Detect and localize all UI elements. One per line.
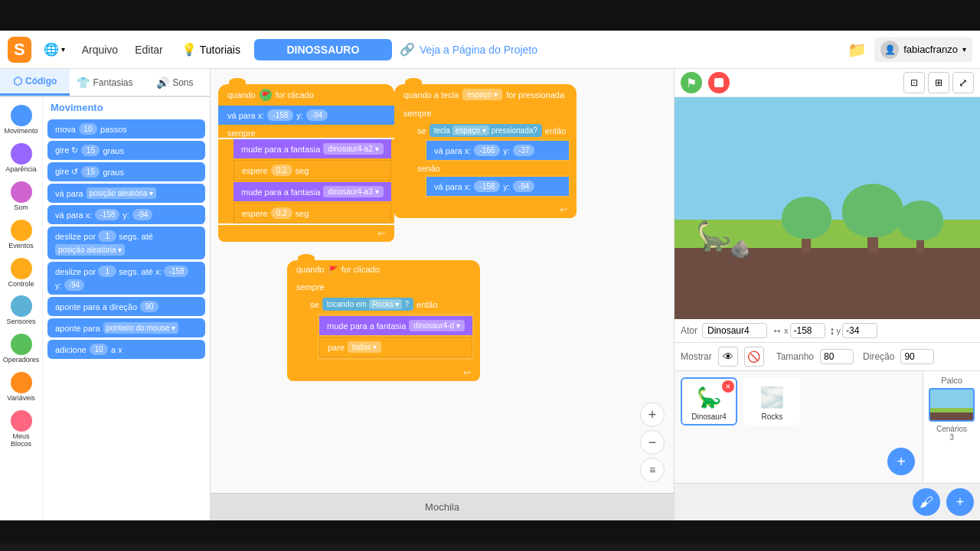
else-branch: vá para x: -158 y: -94 — [425, 175, 570, 197]
zoom-reset-button[interactable]: ≡ — [640, 458, 665, 482]
sempre-block-2[interactable]: sempre — [394, 105, 577, 118]
code-icon: ⬡ — [13, 75, 22, 87]
editar-link[interactable]: Editar — [130, 41, 168, 59]
block-mova[interactable]: mova 10 passos — [47, 119, 205, 139]
block-deslize-xy[interactable]: deslize por 1 segs. até x: -158 y: -94 — [47, 262, 205, 295]
hat-block-1[interactable]: quando 🚩 for clicado — [218, 84, 394, 106]
tab-sons[interactable]: 🔊 Sons — [140, 69, 210, 96]
tree-trunk-2 — [867, 237, 878, 253]
category-movimento[interactable]: Movimento — [0, 102, 42, 139]
section-title: Movimento — [47, 102, 205, 113]
y-coord: ↕ y — [830, 323, 878, 338]
globe-button[interactable]: 🌐 ▾ — [39, 39, 70, 60]
fullscreen-button[interactable]: ⤢ — [952, 72, 974, 93]
zoom-out-button[interactable]: − — [640, 430, 665, 455]
sempre-block-3[interactable]: sempre — [287, 279, 480, 292]
tab-fantasias[interactable]: 👕 Fantasias — [70, 69, 139, 96]
tree-leaves-3 — [897, 201, 943, 240]
category-meus-blocos[interactable]: Meus Blocos — [0, 407, 42, 452]
sprite-delete-dino[interactable]: ✕ — [722, 380, 734, 393]
tutorials-button[interactable]: 💡 Tutoriais — [175, 39, 247, 60]
dino-stage-sprite: 🦕 — [696, 219, 732, 253]
block-gire-ccw[interactable]: gire ↺ 15 graus — [47, 162, 205, 181]
block-va-para-xy[interactable]: vá para x: -158 y: -94 — [47, 205, 205, 224]
mude-fantasia-a3[interactable]: mude para a fantasia dinosaur4-a3 ▾ — [234, 182, 391, 201]
scenario-thumbnail[interactable] — [929, 388, 975, 422]
tutorial-icon: 💡 — [181, 42, 197, 57]
category-sensores[interactable]: Sensores — [0, 292, 42, 329]
scenarios-panel: Palco Cenários3 — [923, 371, 980, 483]
user-button[interactable]: 👤 fabiacfranzo ▾ — [874, 37, 972, 62]
sprite-item-dino[interactable]: ✕ 🦕 Dinosaur4 — [681, 377, 737, 425]
hat-block-2[interactable]: quando a tecla espaço ▾ for pressionada — [394, 84, 577, 105]
mude-fantasia-a2[interactable]: mude para a fantasia dinosaur4-a2 ▾ — [234, 139, 391, 158]
category-controle[interactable]: Controle — [0, 255, 42, 292]
flag-icon: ⚑ — [686, 76, 697, 90]
y-value-input[interactable] — [842, 323, 877, 338]
categories-sidebar: Movimento Aparência Som Eventos — [0, 97, 43, 520]
category-som[interactable]: Som — [0, 178, 42, 215]
actor-name-input[interactable] — [702, 323, 767, 338]
sprite-item-rocks[interactable]: 🌫️ Rocks — [743, 377, 800, 425]
rocks-sprite-thumbnail: 🌫️ — [748, 382, 795, 412]
stage-canvas: 🦕 🪨 — [675, 97, 980, 319]
zoom-in-button[interactable]: + — [640, 403, 665, 427]
va-para-else[interactable]: vá para x: -158 y: -94 — [426, 177, 569, 196]
if-branch: vá para x: -166 y: -37 — [425, 139, 570, 161]
va-para-if[interactable]: vá para x: -166 y: -37 — [426, 141, 569, 160]
normal-stage-button[interactable]: ⊞ — [928, 72, 949, 93]
x-value-input[interactable] — [790, 323, 825, 338]
espere-1[interactable]: espere 0.2 seg — [234, 160, 391, 181]
mostrar-label: Mostrar — [681, 351, 712, 362]
tree-trunk-3 — [916, 240, 924, 253]
paint-sprite-button[interactable]: 🖌 — [913, 488, 940, 516]
blocks-panel: Movimento mova 10 passos gire ↻ 15 graus — [43, 97, 210, 520]
va-para-xy-block[interactable]: vá para x: -158 y: -94 — [218, 106, 394, 125]
mochila-bar[interactable]: Mochila — [211, 493, 674, 520]
block-adicione-x[interactable]: adicione 10 a x — [47, 340, 205, 359]
right-panel: ⚑ ⊡ ⊞ ⤢ — [674, 69, 980, 520]
tree-leaves-1 — [782, 197, 831, 239]
size-input[interactable] — [820, 349, 854, 364]
code-tabs: ⬡ Código 👕 Fantasias 🔊 Sons — [0, 69, 210, 97]
globe-icon: 🌐 — [44, 42, 59, 57]
block-aponte-para[interactable]: aponte para ponteiro do mouse ▾ — [47, 318, 205, 337]
show-visible-button[interactable]: 👁 — [718, 347, 738, 367]
stop-button[interactable] — [708, 72, 730, 93]
if-rocks-block[interactable]: se tocando em Rocks ▾ ? então — [302, 293, 477, 363]
script-canvas[interactable]: quando 🚩 for clicado vá para x: -158 y: … — [211, 69, 674, 493]
small-stage-button[interactable]: ⊡ — [903, 72, 925, 93]
tab-code[interactable]: ⬡ Código — [0, 69, 70, 96]
if-else-block[interactable]: se tecla espaço ▾ pressionada? então — [410, 119, 573, 200]
sempre-inner-2: se tecla espaço ▾ pressionada? então — [394, 118, 577, 201]
pare-todos[interactable]: pare todos ▾ — [319, 337, 472, 357]
block-aponte-direcao[interactable]: aponte para a direção 90 — [47, 297, 205, 316]
folder-icon[interactable]: 📁 — [848, 41, 867, 59]
direction-input[interactable] — [900, 349, 934, 364]
sempre-block[interactable]: sempre — [218, 125, 394, 138]
add-sprite-button[interactable]: + — [887, 448, 915, 475]
category-variaveis[interactable]: Variáveis — [0, 369, 42, 406]
sprites-and-palco: ✕ 🦕 Dinosaur4 🌫️ Rocks + — [675, 371, 980, 483]
espere-2[interactable]: espere 0.2 seg — [234, 203, 391, 223]
block-gire-cw[interactable]: gire ↻ 15 graus — [47, 141, 205, 160]
mude-fantasia-d[interactable]: mude para a fantasia dinosaur4-d ▾ — [319, 316, 472, 335]
scratch-logo[interactable]: S — [8, 37, 31, 63]
project-name-input[interactable] — [254, 39, 392, 60]
sprite-info-row: Ator ↔ x ↕ y — [675, 319, 980, 343]
category-aparencia[interactable]: Aparência — [0, 140, 42, 177]
hat-block-3[interactable]: quando 🚩 for clicado — [287, 260, 480, 279]
add-sprite-button-2[interactable]: + — [946, 488, 974, 516]
dino-sprite-name: Dinosaur4 — [685, 412, 733, 421]
arquivo-link[interactable]: Arquivo — [77, 41, 122, 59]
if-rocks-branch: mude para a fantasia dinosaur4-d ▾ pare … — [318, 313, 474, 360]
category-eventos[interactable]: Eventos — [0, 217, 42, 253]
category-operadores[interactable]: Operadores — [0, 331, 42, 367]
show-hidden-button[interactable]: 🚫 — [744, 347, 764, 367]
block-deslize-aleatorio[interactable]: deslize por 1 segs. até posição aleatóri… — [47, 227, 205, 259]
palco-label: Palco — [941, 376, 962, 385]
block-va-para[interactable]: vá para posição aleatória ▾ — [47, 184, 205, 203]
view-project-button[interactable]: 🔗 Veja a Página do Projeto — [400, 42, 537, 57]
user-avatar: 👤 — [880, 41, 899, 59]
green-flag-button[interactable]: ⚑ — [681, 72, 702, 93]
